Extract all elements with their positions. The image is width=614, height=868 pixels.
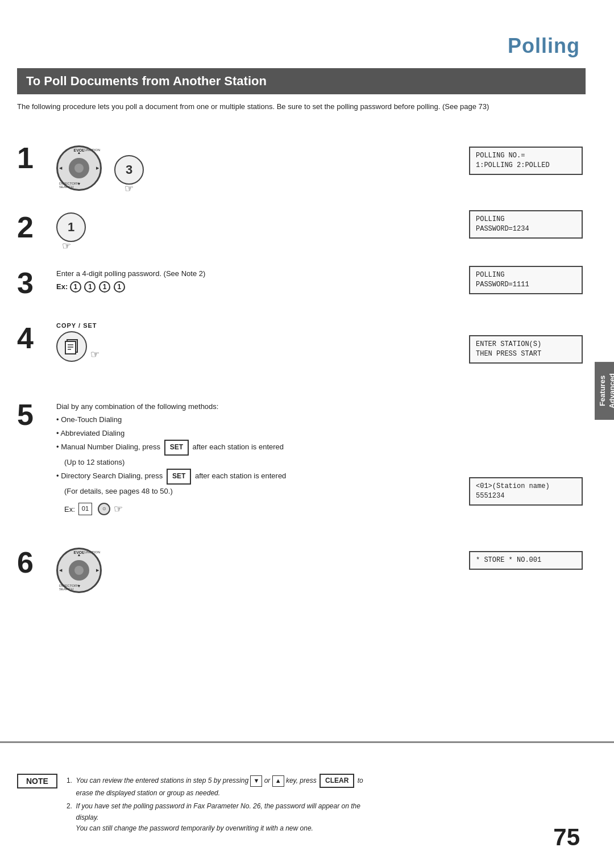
- lcd-step-1-line2: 1:POLLING 2:POLLED: [476, 161, 576, 170]
- lcd-step-4-line2: THEN PRESS START: [476, 349, 576, 359]
- lcd-step-3: POLLING PASSWORD=1111: [469, 266, 583, 294]
- step-1-number: 1: [17, 143, 48, 173]
- copy-set-button[interactable]: [56, 331, 87, 362]
- step-1: 1 EVOL DIRECTORYSEARCH FUNCTION ◀ ▶ ▲: [17, 141, 144, 194]
- down-arrow-key: ▼: [250, 775, 262, 787]
- side-tab-line1: Advanced: [608, 373, 614, 408]
- intro-text: The following procedure lets you poll a …: [17, 101, 586, 112]
- step-6: 6 EVOL DIRECTORYSEARCH FUNCTION ◀ ▶ ▲ ▼: [17, 545, 105, 596]
- note-item-2: 2. If you have set the polling password …: [67, 801, 363, 812]
- step-5: 5 Dial by any combination of the followi…: [17, 398, 286, 519]
- step-5-method-3b: (Up to 12 stations): [64, 456, 286, 469]
- step-5-ex-label: Ex:: [64, 503, 75, 516]
- step-3-ex: Ex: 1 1 1 1: [56, 281, 205, 293]
- lcd-step-5: <01>(Station name) 5551234: [469, 477, 583, 506]
- lcd-step-2: POLLING PASSWORD=1234: [469, 210, 583, 239]
- lcd-step-2-line1: POLLING: [476, 215, 576, 224]
- note-item-1: 1. You can review the entered stations i…: [67, 774, 363, 788]
- step-5-method-4b: (For details, see pages 48 to 50.): [64, 485, 286, 498]
- lcd-step-1-line1: POLLING NO.=: [476, 151, 576, 161]
- step-4-copy-btn-area: COPY / SET ☞: [56, 322, 99, 362]
- note-item-2b: display.: [67, 812, 363, 823]
- step-3-circle-2: 1: [84, 281, 96, 293]
- step-1-num3-button: 3 ☞: [114, 155, 144, 185]
- step-2: 2 1 ☞: [17, 210, 86, 242]
- step-3-circle-3: 1: [99, 281, 110, 293]
- lcd-step-4: ENTER STATION(S) THEN PRESS START: [469, 335, 583, 364]
- lcd-step-6-line1: * STORE * NO.001: [476, 556, 576, 565]
- side-tab: Features Advanced: [595, 362, 614, 420]
- step-5-number: 5: [17, 400, 48, 429]
- step-6-dial: EVOL DIRECTORYSEARCH FUNCTION ◀ ▶ ▲ ▼: [56, 548, 105, 596]
- lcd-step-6: * STORE * NO.001: [469, 551, 583, 570]
- step-5-ex: Ex: 01 ⊙ ☞: [64, 500, 286, 518]
- note-label: NOTE: [17, 774, 57, 788]
- up-arrow-key: ▲: [272, 775, 284, 787]
- step-5-dir-num: 01: [78, 503, 92, 515]
- step-5-method-3: • Manual Number Dialing, press SET after…: [56, 440, 286, 456]
- step-6-number: 6: [17, 548, 48, 577]
- step-2-num1-button: 1 ☞: [56, 212, 86, 242]
- svg-rect-1: [65, 341, 76, 354]
- side-tab-line2: Features: [598, 375, 607, 406]
- step-5-hand: ☞: [114, 500, 123, 518]
- lcd-step-5-line1: <01>(Station name): [476, 482, 576, 491]
- step-4-number: 4: [17, 323, 48, 353]
- set-button-1[interactable]: SET: [164, 440, 189, 456]
- page-number: 75: [553, 824, 580, 851]
- step-5-method-4: • Directory Search Dialing, press SET af…: [56, 469, 286, 485]
- lcd-step-4-line1: ENTER STATION(S): [476, 340, 576, 349]
- main-dial: EVOL DIRECTORYSEARCH FUNCTION ◀ ▶ ▲ ▼: [56, 145, 105, 194]
- step-3-circle-1: 1: [70, 281, 81, 293]
- note-section: NOTE 1. You can review the entered stati…: [17, 774, 586, 834]
- step-4-copy-label: COPY / SET: [56, 322, 97, 329]
- step-3-ex-label: Ex:: [56, 282, 68, 291]
- step-4: 4 COPY / SET ☞: [17, 321, 99, 362]
- step-5-intro: Dial by any combination of the following…: [56, 400, 286, 413]
- step-5-method-1: • One-Touch Dialing: [56, 413, 286, 426]
- step-3-text: Enter a 4-digit polling password. (See N…: [56, 269, 205, 278]
- step-5-method-2: • Abbreviated Dialing: [56, 427, 286, 440]
- step-6-illustration: EVOL DIRECTORYSEARCH FUNCTION ◀ ▶ ▲ ▼: [56, 548, 105, 596]
- note-text: 1. You can review the entered stations i…: [67, 774, 363, 834]
- lcd-step-3-line1: POLLING: [476, 270, 576, 280]
- step-2-number: 2: [17, 212, 48, 242]
- step-5-description: Dial by any combination of the following…: [56, 400, 286, 519]
- note-item-2c: You can still change the password tempor…: [67, 823, 363, 834]
- lcd-step-5-line2: 5551234: [476, 491, 576, 501]
- clear-button[interactable]: CLEAR: [320, 774, 354, 788]
- page-title: Polling: [508, 34, 580, 58]
- step-3-circle-4: 1: [114, 281, 125, 293]
- set-button-2[interactable]: SET: [167, 469, 191, 485]
- step-3: 3 Enter a 4-digit polling password. (See…: [17, 266, 205, 298]
- lcd-step-1: POLLING NO.= 1:POLLING 2:POLLED: [469, 147, 583, 175]
- lcd-step-2-line2: PASSWORD=1234: [476, 224, 576, 234]
- step-1-illustration: EVOL DIRECTORYSEARCH FUNCTION ◀ ▶ ▲ ▼ 3 …: [56, 145, 144, 194]
- note-item-1b: erase the displayed station or group as …: [67, 788, 363, 799]
- bottom-divider: [0, 741, 614, 743]
- step-5-dir-circle: ⊙: [98, 503, 110, 515]
- section-header: To Poll Documents from Another Station: [17, 68, 586, 94]
- lcd-step-3-line2: PASSWORD=1111: [476, 280, 576, 290]
- step-3-number: 3: [17, 268, 48, 298]
